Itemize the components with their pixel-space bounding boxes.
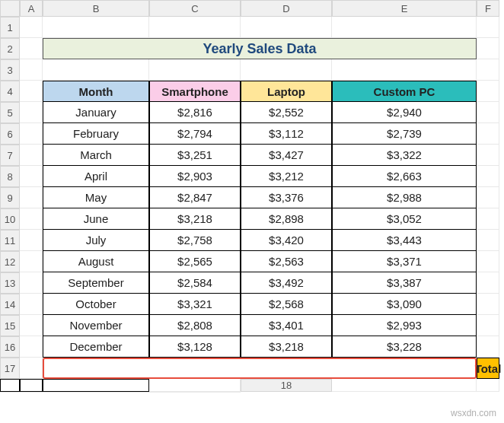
cell-A17[interactable] (20, 358, 43, 379)
select-all-corner[interactable] (0, 0, 20, 17)
cell-laptop-sep[interactable]: $3,492 (241, 272, 332, 294)
cell-A2[interactable] (20, 38, 43, 59)
row-header-9[interactable]: 9 (0, 187, 20, 208)
cell-D1[interactable] (241, 17, 332, 38)
header-laptop[interactable]: Laptop (241, 81, 332, 102)
cell-C3[interactable] (149, 59, 241, 81)
cell-month-nov[interactable]: November (43, 315, 149, 336)
cell-custompc-oct[interactable]: $3,090 (332, 294, 477, 315)
cell-A3[interactable] (20, 59, 43, 81)
cell-F3[interactable] (477, 59, 499, 81)
row-header-8[interactable]: 8 (0, 166, 20, 187)
row-header-7[interactable]: 7 (0, 145, 20, 166)
cell-custompc-jul[interactable]: $3,443 (332, 230, 477, 251)
row-header-6[interactable]: 6 (0, 123, 20, 145)
cell-smartphone-jul[interactable]: $2,758 (149, 230, 241, 251)
cell-F4[interactable] (477, 81, 499, 102)
cell-F12[interactable] (477, 251, 499, 272)
header-month[interactable]: Month (43, 81, 149, 102)
cell-F8[interactable] (477, 166, 499, 187)
cell-F18[interactable] (149, 392, 241, 393)
cell-smartphone-apr[interactable]: $2,903 (149, 166, 241, 187)
cell-A7[interactable] (20, 145, 43, 166)
cell-F14[interactable] (477, 294, 499, 315)
total-label[interactable]: Total (477, 358, 499, 379)
row-header-3[interactable]: 3 (0, 59, 20, 81)
cell-E3[interactable] (332, 59, 477, 81)
header-smartphone[interactable]: Smartphone (149, 81, 241, 102)
cell-A12[interactable] (20, 251, 43, 272)
cell-C1[interactable] (149, 17, 241, 38)
cell-custompc-aug[interactable]: $3,371 (332, 251, 477, 272)
cell-smartphone-aug[interactable]: $2,565 (149, 251, 241, 272)
cell-month-feb[interactable]: February (43, 123, 149, 145)
cell-laptop-mar[interactable]: $3,427 (241, 145, 332, 166)
col-header-D[interactable]: D (241, 0, 332, 17)
total-laptop[interactable] (20, 379, 43, 392)
cell-smartphone-sep[interactable]: $2,584 (149, 272, 241, 294)
cell-D3[interactable] (241, 59, 332, 81)
cell-custompc-may[interactable]: $2,988 (332, 187, 477, 208)
row-header-12[interactable]: 12 (0, 251, 20, 272)
cell-smartphone-feb[interactable]: $2,794 (149, 123, 241, 145)
cell-A1[interactable] (20, 17, 43, 38)
cell-B3[interactable] (43, 59, 149, 81)
cell-month-mar[interactable]: March (43, 145, 149, 166)
cell-B1[interactable] (43, 17, 149, 38)
cell-custompc-mar[interactable]: $3,322 (332, 145, 477, 166)
row-header-4[interactable]: 4 (0, 81, 20, 102)
cell-laptop-apr[interactable]: $3,212 (241, 166, 332, 187)
col-header-E[interactable]: E (332, 0, 477, 17)
cell-custompc-jun[interactable]: $3,052 (332, 208, 477, 230)
row-header-11[interactable]: 11 (0, 230, 20, 251)
row-header-2[interactable]: 2 (0, 38, 20, 59)
cell-E1[interactable] (332, 17, 477, 38)
cell-F5[interactable] (477, 102, 499, 123)
cell-F13[interactable] (477, 272, 499, 294)
cell-D18[interactable] (20, 392, 43, 393)
cell-A10[interactable] (20, 208, 43, 230)
col-header-C[interactable]: C (149, 0, 241, 17)
row-header-16[interactable]: 16 (0, 336, 20, 358)
cell-month-dec[interactable]: December (43, 336, 149, 358)
cell-month-apr[interactable]: April (43, 166, 149, 187)
cell-month-jan[interactable]: January (43, 102, 149, 123)
title-banner[interactable]: Yearly Sales Data (43, 38, 477, 59)
row-header-5[interactable]: 5 (0, 102, 20, 123)
cell-A5[interactable] (20, 102, 43, 123)
spreadsheet-grid[interactable]: A B C D E F 1 2 Yearly Sales Data 3 4 Mo… (0, 0, 504, 393)
cell-smartphone-dec[interactable]: $3,128 (149, 336, 241, 358)
row-header-17[interactable]: 17 (0, 358, 20, 379)
cell-F7[interactable] (477, 145, 499, 166)
cell-F1[interactable] (477, 17, 499, 38)
cell-month-sep[interactable]: September (43, 272, 149, 294)
cell-F17[interactable] (149, 379, 241, 392)
cell-month-aug[interactable]: August (43, 251, 149, 272)
cell-smartphone-oct[interactable]: $3,321 (149, 294, 241, 315)
cell-custompc-apr[interactable]: $2,663 (332, 166, 477, 187)
cell-A15[interactable] (20, 315, 43, 336)
cell-A6[interactable] (20, 123, 43, 145)
row-header-15[interactable]: 15 (0, 315, 20, 336)
cell-month-oct[interactable]: October (43, 294, 149, 315)
col-header-F[interactable]: F (477, 0, 499, 17)
cell-A13[interactable] (20, 272, 43, 294)
row-header-10[interactable]: 10 (0, 208, 20, 230)
cell-month-jul[interactable]: July (43, 230, 149, 251)
cell-A16[interactable] (20, 336, 43, 358)
cell-smartphone-jun[interactable]: $3,218 (149, 208, 241, 230)
cell-A9[interactable] (20, 187, 43, 208)
col-header-B[interactable]: B (43, 0, 149, 17)
cell-month-jun[interactable]: June (43, 208, 149, 230)
cell-custompc-nov[interactable]: $2,993 (332, 315, 477, 336)
cell-F6[interactable] (477, 123, 499, 145)
cell-smartphone-jan[interactable]: $2,816 (149, 102, 241, 123)
cell-A4[interactable] (20, 81, 43, 102)
row-header-1[interactable]: 1 (0, 17, 20, 38)
cell-custompc-jan[interactable]: $2,940 (332, 102, 477, 123)
cell-F9[interactable] (477, 187, 499, 208)
cell-laptop-feb[interactable]: $3,112 (241, 123, 332, 145)
header-custompc[interactable]: Custom PC (332, 81, 477, 102)
cell-laptop-nov[interactable]: $3,401 (241, 315, 332, 336)
cell-laptop-dec[interactable]: $3,218 (241, 336, 332, 358)
